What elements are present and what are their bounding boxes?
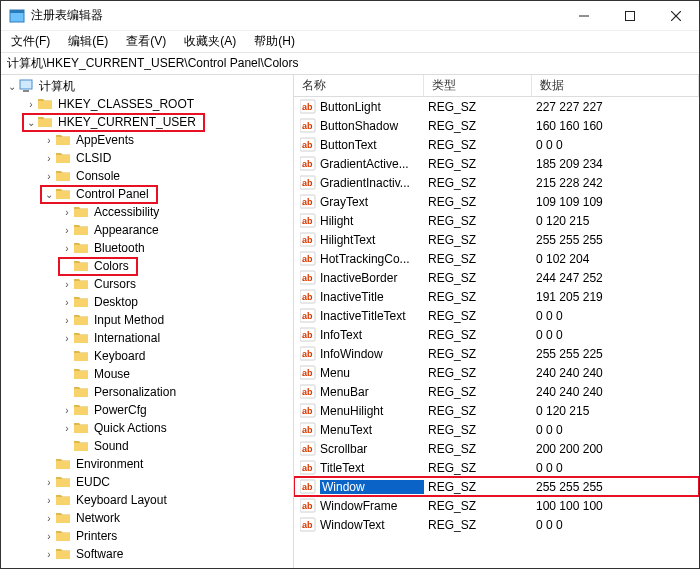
value-row[interactable]: MenuText REG_SZ 0 0 0: [294, 420, 699, 439]
value-row[interactable]: ButtonShadow REG_SZ 160 160 160: [294, 116, 699, 135]
tree-item[interactable]: › Keyboard Layout: [1, 491, 293, 509]
tree-item[interactable]: Colors: [1, 257, 293, 275]
chevron-right-icon[interactable]: ›: [42, 495, 56, 506]
value-row[interactable]: InactiveTitleText REG_SZ 0 0 0: [294, 306, 699, 325]
value-name: HotTrackingCo...: [320, 252, 424, 266]
chevron-right-icon[interactable]: ›: [60, 207, 74, 218]
tree-item[interactable]: › Console: [1, 167, 293, 185]
value-row[interactable]: ButtonText REG_SZ 0 0 0: [294, 135, 699, 154]
tree-item[interactable]: › HKEY_CLASSES_ROOT: [1, 95, 293, 113]
value-row[interactable]: HilightText REG_SZ 255 255 255: [294, 230, 699, 249]
chevron-right-icon[interactable]: ›: [42, 135, 56, 146]
tree-item[interactable]: › Bluetooth: [1, 239, 293, 257]
tree-item[interactable]: › Quick Actions: [1, 419, 293, 437]
tree-item-label: Console: [74, 169, 122, 183]
value-data: 191 205 219: [532, 290, 699, 304]
chevron-right-icon[interactable]: ›: [60, 297, 74, 308]
value-row[interactable]: HotTrackingCo... REG_SZ 0 102 204: [294, 249, 699, 268]
folder-icon: [38, 97, 53, 111]
menu-favorites[interactable]: 收藏夹(A): [178, 31, 242, 52]
tree-item[interactable]: › CLSID: [1, 149, 293, 167]
value-type: REG_SZ: [424, 518, 532, 532]
value-row[interactable]: InfoText REG_SZ 0 0 0: [294, 325, 699, 344]
value-row[interactable]: InfoWindow REG_SZ 255 255 225: [294, 344, 699, 363]
tree-item[interactable]: Personalization: [1, 383, 293, 401]
value-row[interactable]: InactiveBorder REG_SZ 244 247 252: [294, 268, 699, 287]
menu-edit[interactable]: 编辑(E): [62, 31, 114, 52]
tree-item[interactable]: ⌄ Control Panel: [1, 185, 293, 203]
tree-item[interactable]: › International: [1, 329, 293, 347]
chevron-right-icon[interactable]: ›: [42, 549, 56, 560]
menu-view[interactable]: 查看(V): [120, 31, 172, 52]
value-row[interactable]: Scrollbar REG_SZ 200 200 200: [294, 439, 699, 458]
chevron-right-icon[interactable]: ›: [42, 477, 56, 488]
value-row[interactable]: InactiveTitle REG_SZ 191 205 219: [294, 287, 699, 306]
value-row[interactable]: Window REG_SZ 255 255 255: [294, 477, 699, 496]
chevron-right-icon[interactable]: ›: [42, 513, 56, 524]
value-row[interactable]: Hilight REG_SZ 0 120 215: [294, 211, 699, 230]
maximize-button[interactable]: [607, 1, 653, 30]
chevron-right-icon[interactable]: ›: [60, 279, 74, 290]
tree-item[interactable]: › Printers: [1, 527, 293, 545]
string-value-icon: [300, 498, 316, 514]
close-button[interactable]: [653, 1, 699, 30]
tree-item[interactable]: Environment: [1, 455, 293, 473]
chevron-right-icon[interactable]: ›: [24, 99, 38, 110]
list-header[interactable]: 名称 类型 数据: [294, 75, 699, 97]
tree-item[interactable]: › Appearance: [1, 221, 293, 239]
chevron-down-icon[interactable]: ⌄: [24, 117, 38, 128]
chevron-right-icon[interactable]: ›: [60, 405, 74, 416]
col-data[interactable]: 数据: [532, 75, 699, 96]
chevron-right-icon[interactable]: ›: [42, 153, 56, 164]
chevron-right-icon[interactable]: ›: [60, 315, 74, 326]
value-type: REG_SZ: [424, 290, 532, 304]
chevron-right-icon[interactable]: ›: [60, 333, 74, 344]
tree-item[interactable]: › Network: [1, 509, 293, 527]
string-value-icon: [300, 327, 316, 343]
chevron-right-icon[interactable]: ›: [60, 423, 74, 434]
tree-item[interactable]: › PowerCfg: [1, 401, 293, 419]
tree-item[interactable]: › Software: [1, 545, 293, 563]
tree-item-label: Input Method: [92, 313, 166, 327]
value-row[interactable]: Menu REG_SZ 240 240 240: [294, 363, 699, 382]
chevron-right-icon[interactable]: ›: [42, 171, 56, 182]
value-row[interactable]: MenuBar REG_SZ 240 240 240: [294, 382, 699, 401]
value-data: 240 240 240: [532, 385, 699, 399]
minimize-button[interactable]: [561, 1, 607, 30]
tree-item[interactable]: Keyboard: [1, 347, 293, 365]
value-row[interactable]: WindowText REG_SZ 0 0 0: [294, 515, 699, 534]
value-list[interactable]: 名称 类型 数据 ButtonLight REG_SZ 227 227 227 …: [294, 75, 699, 568]
chevron-right-icon[interactable]: ›: [60, 243, 74, 254]
tree-item[interactable]: ⌄ HKEY_CURRENT_USER: [1, 113, 293, 131]
value-row[interactable]: GradientInactiv... REG_SZ 215 228 242: [294, 173, 699, 192]
menu-file[interactable]: 文件(F): [5, 31, 56, 52]
col-name[interactable]: 名称: [294, 75, 424, 96]
value-name: GrayText: [320, 195, 424, 209]
menu-help[interactable]: 帮助(H): [248, 31, 301, 52]
value-type: REG_SZ: [424, 252, 532, 266]
value-row[interactable]: GrayText REG_SZ 109 109 109: [294, 192, 699, 211]
tree-item[interactable]: › Desktop: [1, 293, 293, 311]
tree-item[interactable]: Sound: [1, 437, 293, 455]
col-type[interactable]: 类型: [424, 75, 532, 96]
tree-item[interactable]: › Input Method: [1, 311, 293, 329]
tree-item[interactable]: › Cursors: [1, 275, 293, 293]
registry-tree[interactable]: ⌄ 计算机 › HKEY_CLASSES_ROOT ⌄ HKEY_CURRENT…: [1, 75, 294, 568]
chevron-down-icon[interactable]: ⌄: [42, 189, 56, 200]
tree-root[interactable]: ⌄ 计算机: [1, 77, 293, 95]
tree-item[interactable]: Mouse: [1, 365, 293, 383]
chevron-right-icon[interactable]: ›: [60, 225, 74, 236]
value-row[interactable]: ButtonLight REG_SZ 227 227 227: [294, 97, 699, 116]
value-row[interactable]: TitleText REG_SZ 0 0 0: [294, 458, 699, 477]
address-bar[interactable]: 计算机\HKEY_CURRENT_USER\Control Panel\Colo…: [1, 53, 699, 75]
tree-item[interactable]: › EUDC: [1, 473, 293, 491]
value-row[interactable]: WindowFrame REG_SZ 100 100 100: [294, 496, 699, 515]
titlebar[interactable]: 注册表编辑器: [1, 1, 699, 31]
tree-item[interactable]: › Accessibility: [1, 203, 293, 221]
value-type: REG_SZ: [424, 100, 532, 114]
tree-item[interactable]: › AppEvents: [1, 131, 293, 149]
chevron-right-icon[interactable]: ›: [42, 531, 56, 542]
chevron-down-icon[interactable]: ⌄: [5, 81, 19, 92]
value-row[interactable]: MenuHilight REG_SZ 0 120 215: [294, 401, 699, 420]
value-row[interactable]: GradientActive... REG_SZ 185 209 234: [294, 154, 699, 173]
